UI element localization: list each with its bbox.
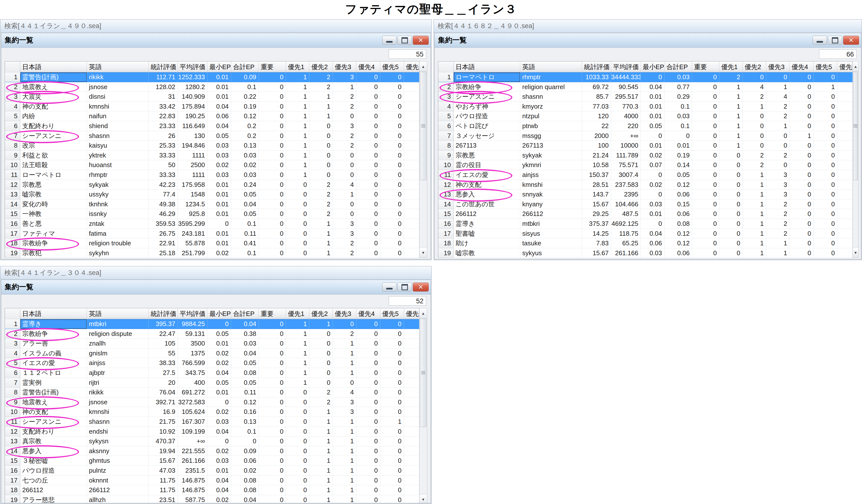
- cell-value[interactable]: 0: [789, 111, 814, 121]
- cell-japanese[interactable]: 霊の役目: [454, 160, 520, 170]
- cell-value[interactable]: 1: [719, 141, 743, 150]
- restore-button[interactable]: [397, 283, 412, 291]
- cell-value[interactable]: 0.06: [207, 111, 231, 121]
- cell-value[interactable]: 1: [309, 417, 333, 427]
- close-button[interactable]: ✕: [843, 36, 859, 45]
- cell-english[interactable]: aksnny: [87, 446, 149, 456]
- cell-value[interactable]: 0: [692, 111, 719, 121]
- cell-value[interactable]: 0: [259, 209, 286, 219]
- cell-value[interactable]: 1: [286, 72, 309, 82]
- cell-english[interactable]: sykysn: [87, 436, 149, 446]
- column-header-2[interactable]: 英語: [520, 62, 582, 72]
- cell-value[interactable]: 0: [380, 209, 404, 219]
- column-header-13[interactable]: 優先: [837, 62, 853, 72]
- cell-value[interactable]: 0: [692, 209, 719, 219]
- cell-japanese[interactable]: 真宗教: [20, 436, 87, 446]
- column-header-3[interactable]: 統計評価: [582, 62, 611, 72]
- cell-value[interactable]: 0: [380, 102, 404, 111]
- cell-english[interactable]: allhzh: [87, 495, 149, 503]
- cell-japanese[interactable]: イエスの愛: [20, 358, 87, 368]
- cell-value[interactable]: 0: [719, 219, 743, 229]
- cell-english[interactable]: kmnshi: [87, 407, 149, 417]
- cell-value[interactable]: 0.02: [207, 495, 231, 503]
- cell-english[interactable]: sykyus: [520, 248, 582, 258]
- cell-value[interactable]: 0.02: [207, 407, 231, 417]
- cell-english[interactable]: knyany: [520, 199, 582, 209]
- cell-value[interactable]: 0.04: [641, 229, 665, 239]
- cell-english[interactable]: ainjss: [520, 170, 582, 180]
- cell-extra[interactable]: [837, 92, 853, 102]
- cell-value[interactable]: 0: [814, 160, 837, 170]
- cell-value[interactable]: 0: [380, 160, 404, 170]
- cell-value[interactable]: 2: [333, 92, 356, 102]
- cell-value[interactable]: 1: [286, 378, 309, 388]
- cell-value[interactable]: 0: [259, 72, 286, 82]
- cell-value[interactable]: 0: [692, 248, 719, 258]
- cell-value[interactable]: 0: [743, 131, 766, 141]
- cell-value[interactable]: 0: [380, 348, 404, 358]
- cell-value[interactable]: 2: [333, 102, 356, 111]
- cell-value[interactable]: 175.894: [178, 102, 207, 111]
- cell-value[interactable]: 0: [356, 229, 380, 239]
- cell-value[interactable]: 116.649: [178, 121, 207, 131]
- cell-value[interactable]: 0.01: [641, 209, 665, 219]
- cell-value[interactable]: 0.08: [665, 219, 692, 229]
- cell-value[interactable]: 2: [309, 397, 333, 407]
- cell-extra[interactable]: [404, 436, 419, 446]
- cell-value[interactable]: 1: [333, 368, 356, 378]
- table-row[interactable]: 8改宗kaisyu25.33194.8460.030.13010200: [5, 141, 419, 150]
- cell-value[interactable]: 21.75: [149, 417, 178, 427]
- cell-value[interactable]: 0: [380, 72, 404, 82]
- cell-value[interactable]: 0: [286, 446, 309, 456]
- cell-value[interactable]: 2: [309, 82, 333, 92]
- cell-value[interactable]: 925.8: [178, 209, 207, 219]
- cell-value[interactable]: 0: [814, 150, 837, 160]
- cell-value[interactable]: 0: [743, 111, 766, 121]
- result-count-field[interactable]: 66: [819, 49, 857, 59]
- cell-extra[interactable]: [837, 160, 853, 170]
- cell-value[interactable]: 0.07: [641, 160, 665, 170]
- cell-value[interactable]: 0: [333, 319, 356, 329]
- cell-extra[interactable]: [404, 189, 419, 199]
- cell-extra[interactable]: [404, 485, 419, 495]
- table-row[interactable]: 15一神教issnky46.29925.80.010.05002000: [5, 209, 419, 219]
- cell-value[interactable]: 0: [380, 436, 404, 446]
- cell-value[interactable]: 1: [719, 111, 743, 121]
- cell-value[interactable]: 0.11: [231, 229, 259, 239]
- table-row[interactable]: 2地震教えjsnose128.021280.20.010.1012100: [5, 82, 419, 92]
- cell-value[interactable]: 0.04: [207, 476, 231, 486]
- cell-value[interactable]: 0: [692, 82, 719, 92]
- cell-value[interactable]: 0: [259, 111, 286, 121]
- column-header-8[interactable]: 優先1: [286, 62, 309, 72]
- column-header-2[interactable]: 英語: [87, 308, 149, 319]
- cell-japanese[interactable]: 宗教紛争: [20, 238, 87, 248]
- cell-value[interactable]: 0: [692, 180, 719, 190]
- cell-english[interactable]: mssgg: [520, 131, 582, 141]
- cell-value[interactable]: 220: [611, 121, 641, 131]
- cell-value[interactable]: 146.875: [178, 476, 207, 486]
- scroll-down-button[interactable]: ▼: [853, 247, 858, 257]
- cell-value[interactable]: 0: [380, 446, 404, 456]
- cell-value[interactable]: 29.25: [582, 209, 611, 219]
- cell-value[interactable]: 1234.5: [178, 199, 207, 209]
- cell-japanese[interactable]: 嘘宗教: [454, 248, 520, 258]
- cell-english[interactable]: disnsi: [87, 92, 149, 102]
- column-header-5[interactable]: 最小EP: [207, 62, 231, 72]
- cell-value[interactable]: 0.04: [207, 102, 231, 111]
- cell-value[interactable]: 1: [789, 131, 814, 141]
- cell-value[interactable]: 0.04: [231, 348, 259, 358]
- cell-japanese[interactable]: 善と悪: [20, 219, 87, 229]
- cell-japanese[interactable]: 宗教紛争: [454, 82, 520, 92]
- cell-extra[interactable]: [404, 456, 419, 466]
- cell-value[interactable]: 0: [286, 456, 309, 466]
- cell-value[interactable]: 0: [692, 229, 719, 239]
- cell-value[interactable]: 76.04: [149, 387, 178, 397]
- cell-japanese[interactable]: ３メッセージ: [454, 131, 520, 141]
- cell-value[interactable]: 0.03: [207, 141, 231, 150]
- cell-value[interactable]: 0: [309, 160, 333, 170]
- cell-value[interactable]: 770.3: [611, 102, 641, 111]
- cell-japanese[interactable]: １１２ペトロ: [20, 368, 87, 378]
- cell-value[interactable]: 1: [743, 199, 766, 209]
- cell-english[interactable]: endshi: [87, 427, 149, 437]
- cell-english[interactable]: shiend: [87, 121, 149, 131]
